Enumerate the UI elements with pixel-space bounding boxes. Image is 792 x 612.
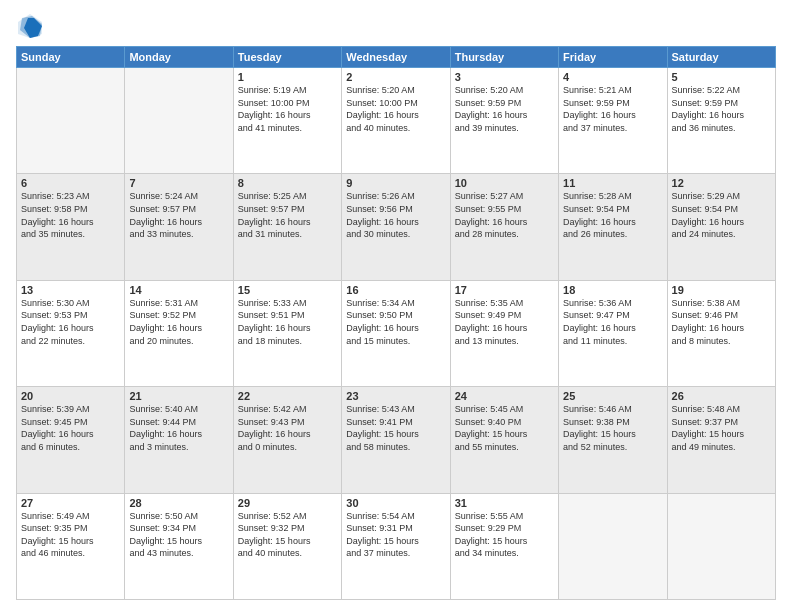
calendar-cell: 1Sunrise: 5:19 AM Sunset: 10:00 PM Dayli… bbox=[233, 68, 341, 174]
day-number: 30 bbox=[346, 497, 445, 509]
calendar-cell: 27Sunrise: 5:49 AM Sunset: 9:35 PM Dayli… bbox=[17, 493, 125, 599]
day-number: 5 bbox=[672, 71, 771, 83]
day-info: Sunrise: 5:34 AM Sunset: 9:50 PM Dayligh… bbox=[346, 297, 445, 347]
calendar-cell bbox=[667, 493, 775, 599]
calendar-cell: 23Sunrise: 5:43 AM Sunset: 9:41 PM Dayli… bbox=[342, 387, 450, 493]
calendar-cell: 29Sunrise: 5:52 AM Sunset: 9:32 PM Dayli… bbox=[233, 493, 341, 599]
calendar-cell: 22Sunrise: 5:42 AM Sunset: 9:43 PM Dayli… bbox=[233, 387, 341, 493]
day-info: Sunrise: 5:29 AM Sunset: 9:54 PM Dayligh… bbox=[672, 190, 771, 240]
day-number: 2 bbox=[346, 71, 445, 83]
day-number: 31 bbox=[455, 497, 554, 509]
calendar-cell: 26Sunrise: 5:48 AM Sunset: 9:37 PM Dayli… bbox=[667, 387, 775, 493]
logo-icon bbox=[16, 12, 44, 40]
day-number: 15 bbox=[238, 284, 337, 296]
weekday-header-monday: Monday bbox=[125, 47, 233, 68]
day-number: 14 bbox=[129, 284, 228, 296]
day-info: Sunrise: 5:45 AM Sunset: 9:40 PM Dayligh… bbox=[455, 403, 554, 453]
calendar-cell: 31Sunrise: 5:55 AM Sunset: 9:29 PM Dayli… bbox=[450, 493, 558, 599]
calendar-cell: 3Sunrise: 5:20 AM Sunset: 9:59 PM Daylig… bbox=[450, 68, 558, 174]
calendar-cell: 4Sunrise: 5:21 AM Sunset: 9:59 PM Daylig… bbox=[559, 68, 667, 174]
day-info: Sunrise: 5:28 AM Sunset: 9:54 PM Dayligh… bbox=[563, 190, 662, 240]
day-number: 23 bbox=[346, 390, 445, 402]
calendar-cell: 25Sunrise: 5:46 AM Sunset: 9:38 PM Dayli… bbox=[559, 387, 667, 493]
day-info: Sunrise: 5:19 AM Sunset: 10:00 PM Daylig… bbox=[238, 84, 337, 134]
day-number: 12 bbox=[672, 177, 771, 189]
calendar-cell: 18Sunrise: 5:36 AM Sunset: 9:47 PM Dayli… bbox=[559, 280, 667, 386]
week-row-3: 13Sunrise: 5:30 AM Sunset: 9:53 PM Dayli… bbox=[17, 280, 776, 386]
day-info: Sunrise: 5:39 AM Sunset: 9:45 PM Dayligh… bbox=[21, 403, 120, 453]
day-number: 17 bbox=[455, 284, 554, 296]
day-info: Sunrise: 5:36 AM Sunset: 9:47 PM Dayligh… bbox=[563, 297, 662, 347]
weekday-header-row: SundayMondayTuesdayWednesdayThursdayFrid… bbox=[17, 47, 776, 68]
page: SundayMondayTuesdayWednesdayThursdayFrid… bbox=[0, 0, 792, 612]
week-row-5: 27Sunrise: 5:49 AM Sunset: 9:35 PM Dayli… bbox=[17, 493, 776, 599]
day-info: Sunrise: 5:46 AM Sunset: 9:38 PM Dayligh… bbox=[563, 403, 662, 453]
day-number: 29 bbox=[238, 497, 337, 509]
week-row-4: 20Sunrise: 5:39 AM Sunset: 9:45 PM Dayli… bbox=[17, 387, 776, 493]
calendar-cell: 6Sunrise: 5:23 AM Sunset: 9:58 PM Daylig… bbox=[17, 174, 125, 280]
weekday-header-thursday: Thursday bbox=[450, 47, 558, 68]
day-number: 4 bbox=[563, 71, 662, 83]
day-info: Sunrise: 5:55 AM Sunset: 9:29 PM Dayligh… bbox=[455, 510, 554, 560]
calendar-cell: 17Sunrise: 5:35 AM Sunset: 9:49 PM Dayli… bbox=[450, 280, 558, 386]
logo bbox=[16, 12, 46, 40]
day-number: 25 bbox=[563, 390, 662, 402]
day-number: 26 bbox=[672, 390, 771, 402]
weekday-header-saturday: Saturday bbox=[667, 47, 775, 68]
day-info: Sunrise: 5:38 AM Sunset: 9:46 PM Dayligh… bbox=[672, 297, 771, 347]
calendar-cell: 11Sunrise: 5:28 AM Sunset: 9:54 PM Dayli… bbox=[559, 174, 667, 280]
day-number: 20 bbox=[21, 390, 120, 402]
calendar-cell: 30Sunrise: 5:54 AM Sunset: 9:31 PM Dayli… bbox=[342, 493, 450, 599]
day-info: Sunrise: 5:21 AM Sunset: 9:59 PM Dayligh… bbox=[563, 84, 662, 134]
day-info: Sunrise: 5:43 AM Sunset: 9:41 PM Dayligh… bbox=[346, 403, 445, 453]
day-number: 19 bbox=[672, 284, 771, 296]
day-info: Sunrise: 5:30 AM Sunset: 9:53 PM Dayligh… bbox=[21, 297, 120, 347]
calendar-cell: 10Sunrise: 5:27 AM Sunset: 9:55 PM Dayli… bbox=[450, 174, 558, 280]
day-info: Sunrise: 5:26 AM Sunset: 9:56 PM Dayligh… bbox=[346, 190, 445, 240]
day-number: 8 bbox=[238, 177, 337, 189]
day-number: 11 bbox=[563, 177, 662, 189]
day-info: Sunrise: 5:52 AM Sunset: 9:32 PM Dayligh… bbox=[238, 510, 337, 560]
calendar-cell bbox=[125, 68, 233, 174]
day-info: Sunrise: 5:35 AM Sunset: 9:49 PM Dayligh… bbox=[455, 297, 554, 347]
day-info: Sunrise: 5:31 AM Sunset: 9:52 PM Dayligh… bbox=[129, 297, 228, 347]
day-info: Sunrise: 5:48 AM Sunset: 9:37 PM Dayligh… bbox=[672, 403, 771, 453]
day-info: Sunrise: 5:22 AM Sunset: 9:59 PM Dayligh… bbox=[672, 84, 771, 134]
calendar-cell: 8Sunrise: 5:25 AM Sunset: 9:57 PM Daylig… bbox=[233, 174, 341, 280]
weekday-header-wednesday: Wednesday bbox=[342, 47, 450, 68]
day-number: 18 bbox=[563, 284, 662, 296]
calendar-cell: 9Sunrise: 5:26 AM Sunset: 9:56 PM Daylig… bbox=[342, 174, 450, 280]
weekday-header-sunday: Sunday bbox=[17, 47, 125, 68]
day-info: Sunrise: 5:40 AM Sunset: 9:44 PM Dayligh… bbox=[129, 403, 228, 453]
day-number: 6 bbox=[21, 177, 120, 189]
calendar-cell: 20Sunrise: 5:39 AM Sunset: 9:45 PM Dayli… bbox=[17, 387, 125, 493]
calendar-cell: 13Sunrise: 5:30 AM Sunset: 9:53 PM Dayli… bbox=[17, 280, 125, 386]
calendar-cell: 16Sunrise: 5:34 AM Sunset: 9:50 PM Dayli… bbox=[342, 280, 450, 386]
week-row-1: 1Sunrise: 5:19 AM Sunset: 10:00 PM Dayli… bbox=[17, 68, 776, 174]
day-info: Sunrise: 5:20 AM Sunset: 9:59 PM Dayligh… bbox=[455, 84, 554, 134]
day-info: Sunrise: 5:50 AM Sunset: 9:34 PM Dayligh… bbox=[129, 510, 228, 560]
calendar-cell: 24Sunrise: 5:45 AM Sunset: 9:40 PM Dayli… bbox=[450, 387, 558, 493]
day-number: 7 bbox=[129, 177, 228, 189]
day-number: 22 bbox=[238, 390, 337, 402]
day-number: 10 bbox=[455, 177, 554, 189]
day-number: 9 bbox=[346, 177, 445, 189]
weekday-header-friday: Friday bbox=[559, 47, 667, 68]
weekday-header-tuesday: Tuesday bbox=[233, 47, 341, 68]
calendar-cell: 21Sunrise: 5:40 AM Sunset: 9:44 PM Dayli… bbox=[125, 387, 233, 493]
day-info: Sunrise: 5:23 AM Sunset: 9:58 PM Dayligh… bbox=[21, 190, 120, 240]
calendar-cell: 14Sunrise: 5:31 AM Sunset: 9:52 PM Dayli… bbox=[125, 280, 233, 386]
calendar-cell: 7Sunrise: 5:24 AM Sunset: 9:57 PM Daylig… bbox=[125, 174, 233, 280]
week-row-2: 6Sunrise: 5:23 AM Sunset: 9:58 PM Daylig… bbox=[17, 174, 776, 280]
day-number: 16 bbox=[346, 284, 445, 296]
day-number: 27 bbox=[21, 497, 120, 509]
calendar-cell: 19Sunrise: 5:38 AM Sunset: 9:46 PM Dayli… bbox=[667, 280, 775, 386]
day-number: 3 bbox=[455, 71, 554, 83]
day-number: 24 bbox=[455, 390, 554, 402]
calendar-cell: 15Sunrise: 5:33 AM Sunset: 9:51 PM Dayli… bbox=[233, 280, 341, 386]
calendar-cell bbox=[17, 68, 125, 174]
day-info: Sunrise: 5:27 AM Sunset: 9:55 PM Dayligh… bbox=[455, 190, 554, 240]
calendar-table: SundayMondayTuesdayWednesdayThursdayFrid… bbox=[16, 46, 776, 600]
calendar-cell: 5Sunrise: 5:22 AM Sunset: 9:59 PM Daylig… bbox=[667, 68, 775, 174]
day-info: Sunrise: 5:20 AM Sunset: 10:00 PM Daylig… bbox=[346, 84, 445, 134]
